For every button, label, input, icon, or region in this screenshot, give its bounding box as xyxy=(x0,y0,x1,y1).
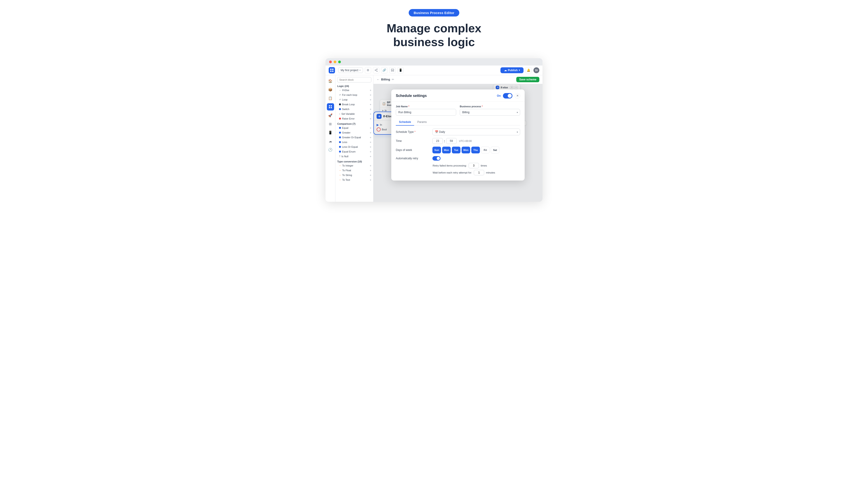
schedule-toggle[interactable] xyxy=(503,93,513,98)
retry-failed-row: Retry failed items processing: times xyxy=(433,163,520,168)
list-item[interactable]: Less Or Equal + xyxy=(336,144,373,149)
day-fri[interactable]: Fri xyxy=(481,147,490,153)
app-logo xyxy=(329,67,335,73)
day-tue[interactable]: Tue xyxy=(452,147,460,153)
sidebar-icons: 🏠 📦 📋 🚀 ⊞ 📱 ☁ 🕐 xyxy=(326,75,336,202)
schedule-type-select[interactable]: 📅 Daily xyxy=(432,129,520,135)
svg-rect-12 xyxy=(331,105,332,106)
time-minute-input[interactable] xyxy=(446,138,457,144)
block-search-area xyxy=(336,75,373,84)
list-item[interactable]: Greater + xyxy=(336,130,373,135)
list-item[interactable]: Less + xyxy=(336,140,373,144)
toggle-on-label: On xyxy=(497,94,501,97)
sidebar-table-btn[interactable]: 📋 xyxy=(327,95,334,102)
sidebar-home-btn[interactable]: 🏠 xyxy=(327,77,334,85)
day-wen[interactable]: Wen xyxy=(462,147,470,153)
sidebar-rocket-btn[interactable]: 🚀 xyxy=(327,112,334,119)
list-item[interactable]: ↔ To Text + xyxy=(336,177,373,182)
hero-title: Manage complex business logic xyxy=(386,22,481,49)
list-item[interactable]: ↔ If-Else + xyxy=(336,88,373,93)
sidebar-clock-btn[interactable]: 🕐 xyxy=(327,146,334,153)
day-thu[interactable]: Thu xyxy=(471,147,480,153)
svg-rect-11 xyxy=(329,105,330,106)
notification-icon-btn[interactable]: 🔔 xyxy=(525,67,532,73)
svg-line-8 xyxy=(375,70,377,71)
settings-icon-btn[interactable]: ⚙ xyxy=(365,67,371,73)
sidebar-flow-btn[interactable] xyxy=(327,103,334,110)
job-name-input[interactable] xyxy=(396,109,456,116)
modal-close-button[interactable]: ✕ xyxy=(515,93,520,98)
breadcrumb-bar: ← Billing ✏ Save scheme xyxy=(373,75,542,84)
modal-header: Schedule settings On ✕ xyxy=(391,90,525,101)
list-item[interactable]: ? Is Null + xyxy=(336,154,373,159)
back-arrow[interactable]: ← xyxy=(377,78,379,81)
hero-badge: Business Process Editor xyxy=(409,9,459,17)
list-item[interactable]: Raise Error + xyxy=(336,116,373,121)
list-item[interactable]: ↔ To String + xyxy=(336,173,373,177)
schedule-settings-modal: Schedule settings On ✕ xyxy=(391,90,525,181)
app-window: My first project ▾ ⚙ 🔗 📱 ☁ Publish ▾ xyxy=(326,58,542,202)
link-icon-btn[interactable]: 🔗 xyxy=(381,67,388,73)
list-item[interactable]: ↔ To Integer + xyxy=(336,163,373,168)
day-sun[interactable]: Sun xyxy=(432,147,441,153)
svg-rect-13 xyxy=(329,107,330,108)
time-inputs: : UTC+00:00 xyxy=(432,138,472,144)
comparison-category: Comparison (7) xyxy=(336,121,373,126)
window-dot-green[interactable] xyxy=(338,61,341,63)
auto-retry-toggle[interactable] xyxy=(432,156,440,161)
list-item[interactable]: Equal + xyxy=(336,126,373,130)
list-item[interactable]: ↺ Loop + xyxy=(336,97,373,102)
modal-title: Schedule settings xyxy=(396,94,427,98)
mobile-icon-btn[interactable]: 📱 xyxy=(397,67,404,73)
type-conversion-category: Type conversion (10) xyxy=(336,159,373,163)
svg-rect-14 xyxy=(331,107,332,108)
svg-rect-3 xyxy=(332,70,334,72)
svg-rect-9 xyxy=(391,69,394,70)
project-selector[interactable]: My first project ▾ xyxy=(338,68,363,73)
edit-icon[interactable]: ✏ xyxy=(392,78,394,81)
wait-retry-input[interactable] xyxy=(474,170,484,175)
list-item[interactable]: Equal Enum + xyxy=(336,149,373,154)
window-dot-yellow[interactable] xyxy=(334,61,336,63)
list-item[interactable]: Break Loop + xyxy=(336,102,373,107)
search-input[interactable] xyxy=(337,77,371,83)
list-item[interactable]: ↺ For each loop + xyxy=(336,93,373,97)
list-item[interactable]: = Set Variable + xyxy=(336,111,373,116)
svg-point-6 xyxy=(375,70,375,70)
retry-failed-input[interactable] xyxy=(469,163,479,168)
window-titlebar xyxy=(326,58,542,66)
window-dot-red[interactable] xyxy=(329,61,332,63)
day-mon[interactable]: Mon xyxy=(442,147,451,153)
wait-retry-row: Wait before each retry attempt for: minu… xyxy=(433,170,520,175)
publish-button[interactable]: ☁ Publish ▾ xyxy=(500,67,524,73)
sidebar-cube-btn[interactable]: 📦 xyxy=(327,86,334,93)
business-process-select[interactable]: Billing xyxy=(460,109,520,116)
share-icon-btn[interactable] xyxy=(373,67,379,73)
tab-schedule[interactable]: Schedule xyxy=(396,119,414,126)
canvas-content: 📋 BP Get Invoices ? ⋯ ▶ In Out xyxy=(373,84,542,202)
modal-tabs: Schedule Params xyxy=(396,119,520,126)
days-row: Sun Mon Tue Wen Thu Fri Sat xyxy=(432,147,499,153)
list-item[interactable]: ↔ To Float + xyxy=(336,168,373,173)
tab-params[interactable]: Params xyxy=(414,119,430,126)
page-name-label: Billing xyxy=(381,78,390,81)
block-panel: Logic (24) ↔ If-Else + ↺ For each loop +… xyxy=(336,75,373,202)
time-hour-input[interactable] xyxy=(432,138,443,144)
list-item[interactable]: Greater Or Equal + xyxy=(336,135,373,140)
layout-icon-btn[interactable] xyxy=(389,67,396,73)
app-body: 🏠 📦 📋 🚀 ⊞ 📱 ☁ 🕐 Logic (24) xyxy=(326,75,542,202)
svg-rect-0 xyxy=(330,69,332,70)
schedule-type-row: Schedule Type * 📅 Daily xyxy=(396,129,520,135)
sidebar-cloud-btn[interactable]: ☁ xyxy=(327,138,334,145)
avatar[interactable]: DI xyxy=(533,67,539,73)
list-item[interactable]: Switch + xyxy=(336,107,373,111)
svg-point-5 xyxy=(377,71,377,72)
sidebar-grid-btn[interactable]: ⊞ xyxy=(327,121,334,128)
day-sat[interactable]: Sat xyxy=(491,147,499,153)
svg-rect-2 xyxy=(330,70,332,72)
main-canvas-wrapper: ← Billing ✏ Save scheme xyxy=(373,75,542,202)
svg-line-7 xyxy=(375,69,377,70)
sidebar-phone-btn[interactable]: 📱 xyxy=(327,129,334,136)
canvas-area: 📋 BP Get Invoices ? ⋯ ▶ In Out xyxy=(373,84,542,202)
save-scheme-button[interactable]: Save scheme xyxy=(516,77,539,82)
